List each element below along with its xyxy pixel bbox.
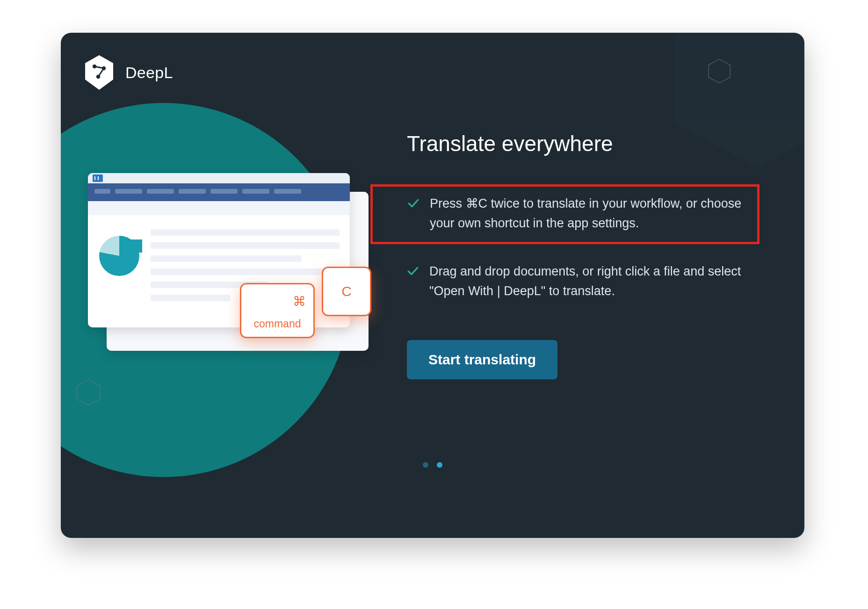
keycap-command: ⌘ command [240,283,315,338]
word-app-icon [93,174,103,182]
svg-marker-2 [77,380,100,406]
onboarding-content: Translate everywhere Press ⌘C twice to t… [407,131,767,379]
hexagon-outline-icon [75,379,102,406]
pager-dot[interactable] [423,462,428,468]
highlighted-tip: Press ⌘C twice to translate in your work… [370,184,760,244]
brand-name: DeepL [125,64,173,82]
tip-item: Drag and drop documents, or right click … [407,262,767,301]
tip-text: Press ⌘C twice to translate in your work… [430,194,749,233]
hexagon-outline-icon [707,58,732,84]
tip-item: Press ⌘C twice to translate in your work… [407,194,749,233]
tip-text: Drag and drop documents, or right click … [429,262,767,301]
keycap-c: C [322,267,371,316]
check-icon [407,265,419,277]
key-c-label: C [341,283,352,299]
onboarding-window: DeepL [61,33,804,538]
deepl-logo-icon [83,54,115,91]
ribbon-tabs [88,183,350,201]
pie-chart-icon [99,236,139,276]
key-command-label: command [254,318,301,330]
tips-list: Press ⌘C twice to translate in your work… [407,184,767,301]
pager-dot[interactable] [437,462,442,468]
check-icon [407,197,420,210]
page-title: Translate everywhere [407,131,767,156]
brand-logo: DeepL [83,54,173,91]
start-translating-button[interactable]: Start translating [407,340,557,379]
command-symbol-icon: ⌘ [293,294,313,309]
svg-marker-3 [85,55,113,90]
pagination-dots [423,462,442,468]
workflow-illustration: C ⌘ command [79,173,364,355]
svg-marker-1 [709,59,730,83]
